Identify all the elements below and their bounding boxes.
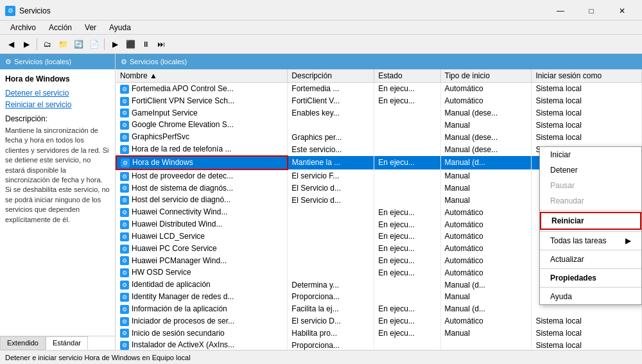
service-startup: Manual (d... xyxy=(440,279,532,291)
service-desc: Facilita la ej... xyxy=(288,303,374,315)
sidebar-header-icon: ⚙ xyxy=(5,58,12,66)
table-row[interactable]: ⚙GraphicsPerfSvcGraphics per...Manual (d… xyxy=(116,131,642,143)
main-header: ⚙ Servicios (locales) xyxy=(116,54,642,69)
back-button[interactable]: ◀ xyxy=(4,37,18,51)
service-startup: Manual (d... xyxy=(440,156,532,169)
context-menu-todas-tareas[interactable]: Todas las tareas ▶ xyxy=(540,233,641,248)
context-menu-sep-5 xyxy=(540,287,641,288)
service-name: Identidad de aplicación xyxy=(132,280,211,289)
service-status: En ejecu... xyxy=(374,303,440,315)
service-icon: ⚙ xyxy=(120,317,129,326)
context-menu-detener[interactable]: Detener xyxy=(540,162,641,178)
service-name: GraphicsPerfSvc xyxy=(132,132,189,141)
stop-service-link[interactable]: Detener el servicio xyxy=(5,89,110,98)
service-status: En ejecu... xyxy=(374,230,440,243)
context-menu-iniciar[interactable]: Iniciar xyxy=(540,147,641,162)
service-desc: Proporciona... xyxy=(288,339,374,350)
main-header-icon: ⚙ xyxy=(121,58,127,66)
service-status: En ejecu... xyxy=(374,243,440,255)
service-startup: Manual xyxy=(440,169,532,182)
start-button[interactable]: ▶ xyxy=(108,37,122,51)
table-row[interactable]: ⚙Instalador de ActiveX (AxIns...Proporci… xyxy=(116,339,642,350)
service-name: Host de proveedor de detec... xyxy=(132,171,233,180)
service-desc: El servicio F... xyxy=(288,169,374,182)
service-logon: Sistema local xyxy=(532,95,642,107)
minimize-button[interactable]: — xyxy=(546,4,575,17)
menu-bar: Archivo Acción Ver Ayuda xyxy=(0,21,642,35)
menu-archivo[interactable]: Archivo xyxy=(5,22,41,33)
service-status xyxy=(374,107,440,119)
service-startup: Automático xyxy=(440,315,532,327)
service-desc: FortiClient V... xyxy=(288,95,374,107)
service-desc xyxy=(288,206,374,218)
service-desc: Habilita pro... xyxy=(288,327,374,340)
context-menu-actualizar[interactable]: Actualizar xyxy=(540,252,641,267)
service-icon: ⚙ xyxy=(120,220,129,229)
pause-button[interactable]: ⏸ xyxy=(139,37,153,51)
tab-standard[interactable]: Estándar xyxy=(46,336,88,350)
service-name: Inicio de sesión secundario xyxy=(132,329,225,338)
service-status xyxy=(374,143,440,156)
context-menu-reiniciar[interactable]: Reiniciar xyxy=(540,212,641,230)
col-nombre[interactable]: Nombre ▲ xyxy=(116,69,288,83)
stop-button[interactable]: ⬛ xyxy=(123,37,137,51)
context-menu-propiedades[interactable]: Propiedades xyxy=(540,270,641,286)
description-label: Descripción: xyxy=(5,114,110,123)
show-tree-button[interactable]: 🗂 xyxy=(40,37,55,51)
sidebar-header: ⚙ Servicios (locales) xyxy=(0,54,115,69)
service-startup: Manual xyxy=(440,119,532,131)
service-startup: Manual xyxy=(440,194,532,206)
service-startup: Manual (dese... xyxy=(440,143,532,156)
service-startup: Manual (d... xyxy=(440,303,532,315)
service-name: FortiClient VPN Service Sch... xyxy=(132,96,234,105)
service-desc xyxy=(288,266,374,279)
menu-accion[interactable]: Acción xyxy=(44,22,77,33)
table-row[interactable]: ⚙Google Chrome Elevation S...ManualSiste… xyxy=(116,119,642,131)
service-desc: Mantiene la ... xyxy=(288,156,374,169)
table-row[interactable]: ⚙GameInput ServiceEnables key...Manual (… xyxy=(116,107,642,119)
table-row[interactable]: ⚙FortiClient VPN Service Sch...FortiClie… xyxy=(116,95,642,107)
service-name: HW OSD Service xyxy=(132,268,191,277)
service-status: En ejecu... xyxy=(374,156,440,169)
service-startup: Manual (dese... xyxy=(440,131,532,143)
restart-service-button[interactable]: ⏭ xyxy=(154,37,168,51)
service-icon: ⚙ xyxy=(120,281,129,290)
table-row[interactable]: ⚙Fortemedia APO Control Se...Fortemedia … xyxy=(116,83,642,95)
service-icon: ⚙ xyxy=(120,108,129,117)
service-name: Host del servicio de diagnó... xyxy=(132,195,230,204)
sidebar-service-name: Hora de Windows xyxy=(5,74,110,83)
export-button[interactable]: 📄 xyxy=(87,37,101,51)
service-name: Hora de la red de telefonía ... xyxy=(132,144,231,153)
service-status: En ejecu... xyxy=(374,206,440,218)
description-text: Mantiene la sincronización de fecha y ho… xyxy=(5,126,110,225)
service-logon: Sistema local xyxy=(532,107,642,119)
service-startup xyxy=(440,339,532,350)
service-logon: Sistema local xyxy=(532,131,642,143)
menu-ver[interactable]: Ver xyxy=(80,22,101,33)
maximize-button[interactable]: □ xyxy=(577,4,606,17)
close-button[interactable]: ✕ xyxy=(607,4,637,17)
menu-ayuda[interactable]: Ayuda xyxy=(104,22,136,33)
col-tipo-inicio[interactable]: Tipo de inicio xyxy=(440,69,532,83)
refresh-button[interactable]: 🔄 xyxy=(71,37,85,51)
app-icon: ⚙ xyxy=(5,6,15,16)
context-menu-ayuda[interactable]: Ayuda xyxy=(540,289,641,304)
service-icon: ⚙ xyxy=(120,133,129,142)
col-iniciar-sesion[interactable]: Iniciar sesión como xyxy=(532,69,642,83)
service-name: Iniciador de procesos de ser... xyxy=(132,316,234,325)
service-name: Google Chrome Elevation S... xyxy=(132,120,234,129)
service-desc: Proporciona... xyxy=(288,291,374,303)
tab-extended[interactable]: Extendido xyxy=(0,336,46,350)
toolbar-sep-1 xyxy=(37,39,37,50)
col-estado[interactable]: Estado xyxy=(374,69,440,83)
forward-button[interactable]: ▶ xyxy=(19,37,33,51)
up-button[interactable]: 📁 xyxy=(56,37,70,51)
col-descripcion[interactable]: Descripción xyxy=(288,69,374,83)
restart-service-link[interactable]: Reiniciar el servicio xyxy=(5,100,110,109)
table-row[interactable]: ⚙Inicio de sesión secundarioHabilita pro… xyxy=(116,327,642,340)
service-desc xyxy=(288,119,374,131)
table-row[interactable]: ⚙Iniciador de procesos de ser...El servi… xyxy=(116,315,642,327)
main-area: ⚙ Servicios (locales) Nombre ▲ Descripci… xyxy=(116,54,642,350)
service-desc xyxy=(288,230,374,243)
context-menu-arrow-icon: ▶ xyxy=(625,236,631,245)
